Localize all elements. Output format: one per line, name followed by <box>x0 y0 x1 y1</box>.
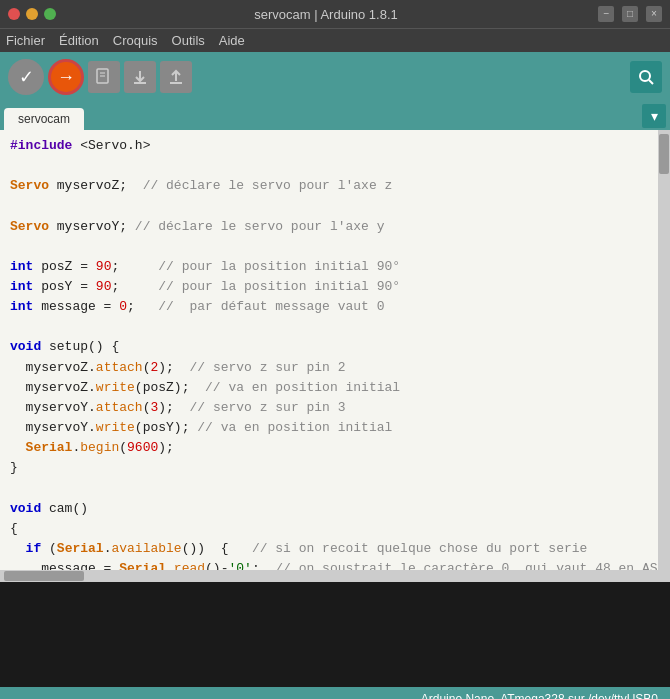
title-bar: servocam | Arduino 1.8.1 − □ × <box>0 0 670 28</box>
new-button[interactable] <box>88 61 120 93</box>
tab-bar: servocam ▾ <box>0 102 670 130</box>
svg-line-6 <box>649 80 653 84</box>
menu-fichier[interactable]: Fichier <box>6 33 45 48</box>
horizontal-scrollbar[interactable] <box>0 570 670 582</box>
menu-outils[interactable]: Outils <box>172 33 205 48</box>
menu-edition[interactable]: Édition <box>59 33 99 48</box>
win-maximize-btn[interactable]: □ <box>622 6 638 22</box>
status-text: Arduino Nano, ATmega328 sur /dev/ttyUSB0 <box>421 692 658 699</box>
code-area: #include <Servo.h> Servo myservoZ; // dé… <box>0 130 670 570</box>
console-area <box>0 582 670 687</box>
maximize-dot[interactable] <box>44 8 56 20</box>
menu-bar: Fichier Édition Croquis Outils Aide <box>0 28 670 52</box>
scrollbar[interactable] <box>658 130 670 570</box>
menu-croquis[interactable]: Croquis <box>113 33 158 48</box>
status-bar: Arduino Nano, ATmega328 sur /dev/ttyUSB0 <box>0 687 670 699</box>
scrollbar-thumb[interactable] <box>659 134 669 174</box>
menu-aide[interactable]: Aide <box>219 33 245 48</box>
window-title: servocam | Arduino 1.8.1 <box>62 7 590 22</box>
toolbar: ✓ → <box>0 52 670 102</box>
win-minimize-btn[interactable]: − <box>598 6 614 22</box>
open-button[interactable] <box>124 61 156 93</box>
upload-button[interactable]: → <box>48 59 84 95</box>
win-close-btn[interactable]: × <box>646 6 662 22</box>
save-button[interactable] <box>160 61 192 93</box>
search-button[interactable] <box>630 61 662 93</box>
minimize-dot[interactable] <box>26 8 38 20</box>
tab-dropdown-button[interactable]: ▾ <box>642 104 666 128</box>
hscroll-thumb[interactable] <box>4 571 84 581</box>
close-dot[interactable] <box>8 8 20 20</box>
svg-point-5 <box>640 71 650 81</box>
verify-button[interactable]: ✓ <box>8 59 44 95</box>
tab-servocam[interactable]: servocam <box>4 108 84 130</box>
code-editor[interactable]: #include <Servo.h> Servo myservoZ; // dé… <box>0 130 658 570</box>
